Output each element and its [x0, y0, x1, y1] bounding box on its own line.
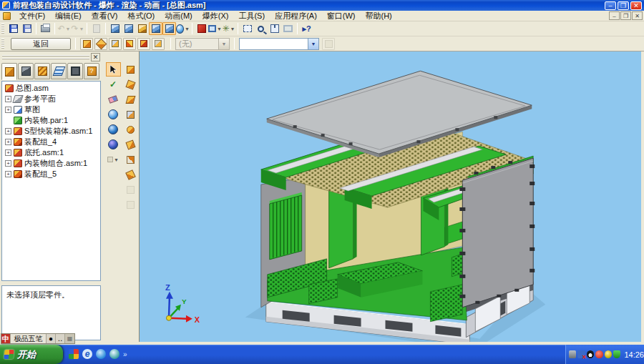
document-icon[interactable] [3, 12, 11, 20]
mdi-close-button[interactable]: ✕ [632, 11, 643, 20]
minimize-button[interactable]: ‒ [605, 1, 616, 10]
tree-item-box-assembly[interactable]: +S型快装箱体.asm:1 [2, 126, 100, 137]
chevron-down-icon[interactable]: ▼ [308, 39, 318, 49]
tree-item-sketch[interactable]: +草图 [2, 104, 100, 115]
tab-pathfinder[interactable] [1, 63, 17, 80]
explode-auto-button[interactable] [94, 38, 107, 50]
display-options-button[interactable]: ▼ [208, 22, 222, 35]
close-button[interactable]: ✕ [630, 1, 642, 10]
menu-edit[interactable]: 编辑(E) [50, 10, 87, 22]
menu-tools[interactable]: 工具(S) [233, 10, 270, 22]
menu-applications[interactable]: 应用程序(A) [270, 10, 322, 22]
restore-button[interactable]: ❐ [618, 1, 629, 10]
tray-alert-icon[interactable] [595, 350, 602, 358]
expand-icon[interactable]: + [5, 107, 11, 113]
tray-coin-updater-icon[interactable] [605, 350, 612, 358]
view-iso-1-button[interactable] [108, 22, 122, 35]
zoom-area-button[interactable] [240, 22, 254, 35]
render-globe-1-button[interactable] [106, 107, 121, 122]
menu-file[interactable]: 文件(F) [14, 10, 50, 22]
ime-punctuation-button[interactable]: ‥ [56, 334, 65, 343]
clipboard-button[interactable] [89, 22, 103, 35]
settings-button[interactable]: ✳▼ [222, 22, 235, 35]
render-globe-3-button[interactable] [106, 137, 121, 152]
overflow-chevron[interactable]: » [123, 350, 127, 358]
help-pointer-button[interactable]: ▸? [300, 22, 313, 35]
toolbar-grip[interactable] [1, 24, 4, 34]
panel-close-button[interactable]: ✕ [91, 53, 100, 62]
view-iso-2-button[interactable] [122, 22, 135, 35]
panel-grip[interactable] [2, 55, 89, 59]
tree-item-contents-part[interactable]: 内装物.par:1 [2, 115, 100, 126]
render-tool-button[interactable] [195, 22, 208, 35]
tree-item-ref-planes[interactable]: +参考平面 [2, 94, 100, 104]
animation-combobox[interactable]: ▼ [239, 38, 319, 50]
menu-format[interactable]: 格式(O) [122, 10, 160, 22]
explode-step-3-button[interactable] [123, 92, 138, 107]
tab-feature-steps[interactable] [34, 63, 50, 79]
ime-keyboard-button[interactable]: ▦ [65, 334, 74, 343]
unexplode-button[interactable] [80, 38, 93, 50]
previous-view-button[interactable] [281, 22, 295, 35]
explode-step-6-button[interactable] [123, 137, 138, 152]
tab-layers[interactable] [51, 63, 67, 79]
disabled-tool-button[interactable] [123, 182, 138, 197]
right-end-panel[interactable] [459, 158, 535, 308]
undo-button[interactable]: ↶▼ [57, 22, 71, 35]
expand-icon[interactable]: + [5, 128, 11, 134]
explode-animate-button[interactable] [137, 38, 150, 50]
apply-animation-button[interactable] [322, 38, 335, 50]
internet-explorer-icon[interactable]: e [82, 349, 92, 359]
tree-item-group4[interactable]: +装配组_4 [2, 137, 100, 147]
ime-name-label[interactable]: 极品五笔 [11, 334, 47, 343]
menu-animation[interactable]: 动画(M) [160, 10, 197, 22]
media-grid-icon[interactable] [69, 349, 79, 359]
tree-item-contents-assembly[interactable]: +内装物组合.asm:1 [2, 158, 100, 169]
menu-explode[interactable]: 爆炸(X) [197, 10, 234, 22]
select-arrow-button[interactable] [106, 62, 121, 77]
render-sphere-button[interactable]: ▼ [176, 22, 190, 35]
menu-window[interactable]: 窗口(W) [322, 10, 361, 22]
tray-qq-icon[interactable] [587, 350, 594, 358]
expand-icon[interactable]: + [5, 171, 11, 177]
explode-step-4-button[interactable] [123, 107, 138, 122]
tree-item-group5[interactable]: +装配组_5 [2, 169, 100, 179]
return-button[interactable]: 返回 [11, 38, 71, 50]
tab-help[interactable]: ? [84, 63, 99, 79]
expand-icon[interactable]: + [5, 149, 11, 156]
fit-view-button[interactable] [268, 22, 281, 35]
mdi-restore-button[interactable]: ❐ [620, 11, 631, 20]
more-tools-dropdown[interactable]: ▼ [106, 152, 121, 167]
3d-viewport[interactable]: Z Y X [139, 51, 641, 344]
tree-item-base-tray[interactable]: +底托.asm:1 [2, 147, 100, 158]
explode-step-2-button[interactable] [123, 77, 138, 92]
menu-view[interactable]: 查看(V) [87, 10, 123, 22]
redo-button[interactable]: ↷▼ [71, 22, 84, 35]
explode-step-7-button[interactable] [123, 152, 138, 167]
save-button[interactable] [6, 22, 20, 35]
tab-parts-library[interactable] [18, 63, 34, 79]
start-button[interactable]: 开始 [0, 345, 63, 364]
explode-reset-button[interactable] [152, 38, 165, 50]
preset-combobox[interactable]: (无) ▼ [175, 38, 230, 50]
browser-globe-icon[interactable] [109, 349, 119, 359]
eraser-tool-button[interactable] [106, 92, 121, 107]
zoom-button[interactable] [254, 22, 268, 35]
view-half-section-button[interactable] [135, 22, 149, 35]
expand-icon[interactable]: + [5, 139, 11, 145]
tree-item-root[interactable]: 总图.asm [2, 83, 100, 94]
ime-fullwidth-button[interactable]: ● [47, 334, 56, 343]
explode-options-button[interactable] [123, 38, 136, 50]
toolbar-grip[interactable] [1, 39, 4, 49]
explode-step-1-button[interactable] [123, 62, 138, 77]
expand-icon[interactable]: + [5, 96, 11, 102]
tray-user-status-icon[interactable] [569, 350, 576, 358]
explode-step-8-button[interactable] [123, 167, 138, 182]
explode-step-5-button[interactable] [123, 122, 138, 137]
tray-network-offline-icon[interactable] [577, 350, 585, 358]
mdi-minimize-button[interactable]: ‒ [609, 11, 620, 20]
print-button[interactable] [39, 22, 52, 35]
save-as-button[interactable] [20, 22, 34, 35]
view-shaded-edges-button[interactable] [162, 22, 176, 35]
tab-sensors[interactable] [67, 63, 83, 79]
